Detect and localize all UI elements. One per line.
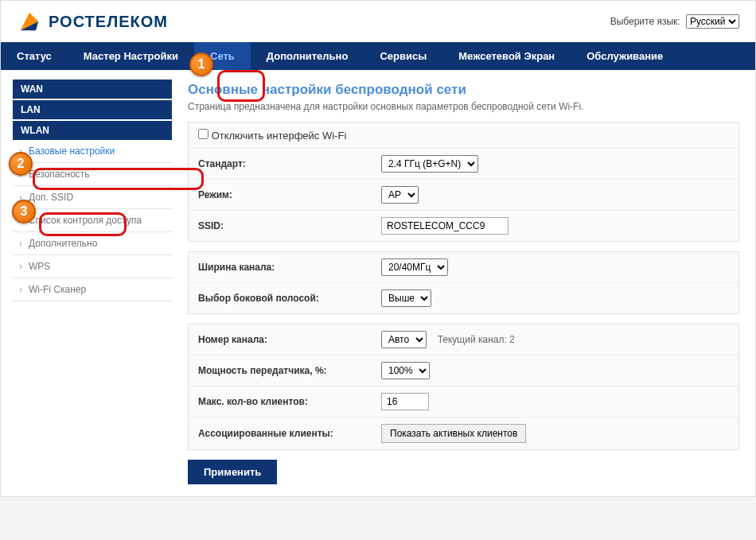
sidebar: WAN LAN WLAN Базовые настройки Безопасно… <box>1 70 172 496</box>
brand-text: РОСТЕЛЕКОМ <box>49 13 168 31</box>
main-content: Основные настройки беспроводной сети Стр… <box>172 70 755 496</box>
sidebar-group-wlan[interactable]: WLAN <box>13 121 172 140</box>
txpower-select[interactable]: 100% <box>381 362 430 379</box>
sidebar-item-security[interactable]: Безопасность <box>13 163 172 186</box>
channel-select[interactable]: Авто <box>381 331 427 348</box>
sidebar-item-basic[interactable]: Базовые настройки <box>13 140 172 163</box>
tab-services[interactable]: Сервисы <box>364 42 442 70</box>
assoc-label: Ассоциированные клиенты: <box>198 428 381 439</box>
txpower-label: Мощность передатчика, %: <box>198 365 381 376</box>
current-channel-label: Текущий канал: 2 <box>438 334 515 345</box>
sidebar-group-lan[interactable]: LAN <box>13 100 172 119</box>
panel-basic: Отключить интерфейс Wi-Fi Стандарт: 2.4 … <box>188 122 739 242</box>
sideband-select[interactable]: Выше <box>381 289 431 307</box>
sidebar-group-wan[interactable]: WAN <box>13 80 172 99</box>
mode-select[interactable]: AP <box>381 186 419 204</box>
tab-wizard[interactable]: Мастер Настройки <box>68 42 194 70</box>
ssid-input[interactable] <box>381 217 509 235</box>
maxclients-label: Макс. кол-во клиентов: <box>198 396 381 407</box>
tab-maintenance[interactable]: Обслуживание <box>571 42 679 70</box>
disable-wifi-label: Отключить интерфейс Wi-Fi <box>212 130 347 142</box>
sidebar-item-scanner[interactable]: Wi-Fi Сканер <box>13 278 172 301</box>
standard-select[interactable]: 2.4 ГГц (B+G+N) <box>381 155 478 173</box>
chwidth-label: Ширина канала: <box>198 262 381 273</box>
rostelecom-icon <box>17 9 42 34</box>
maxclients-input[interactable] <box>381 393 429 410</box>
chwidth-select[interactable]: 20/40МГц <box>381 258 448 276</box>
brand-logo: РОСТЕЛЕКОМ <box>17 9 168 34</box>
standard-label: Стандарт: <box>198 158 381 169</box>
mode-label: Режим: <box>198 189 381 200</box>
top-navigation: Статус Мастер Настройки Сеть Дополнитель… <box>1 42 755 70</box>
language-selector: Выберите язык: Русский <box>610 14 739 29</box>
page-description: Страница предназначена для настройки осн… <box>188 101 739 112</box>
tab-network[interactable]: Сеть <box>194 42 251 70</box>
language-select[interactable]: Русский <box>686 14 739 29</box>
tab-firewall[interactable]: Межсетевой Экран <box>442 42 571 70</box>
panel-channel: Номер канала: Авто Текущий канал: 2 Мощн… <box>188 324 739 450</box>
tab-advanced[interactable]: Дополнительно <box>251 42 364 70</box>
channel-label: Номер канала: <box>198 334 381 345</box>
show-clients-button[interactable]: Показать активных клиентов <box>381 424 526 443</box>
tab-status[interactable]: Статус <box>1 42 68 70</box>
apply-button[interactable]: Применить <box>188 460 277 484</box>
sidebar-item-wps[interactable]: WPS <box>13 255 172 278</box>
panel-channel-width: Ширина канала: 20/40МГц Выбор боковой по… <box>188 251 739 314</box>
sideband-label: Выбор боковой полосой: <box>198 293 381 304</box>
language-label: Выберите язык: <box>610 16 680 27</box>
sidebar-item-addssid[interactable]: Доп. SSID <box>13 186 172 209</box>
sidebar-item-acl[interactable]: Список контроля доступа <box>13 209 172 232</box>
disable-wifi-checkbox[interactable] <box>198 129 208 139</box>
ssid-label: SSID: <box>198 220 381 231</box>
sidebar-item-advanced[interactable]: Дополнительно <box>13 232 172 255</box>
page-title: Основные настройки беспроводной сети <box>188 82 739 98</box>
